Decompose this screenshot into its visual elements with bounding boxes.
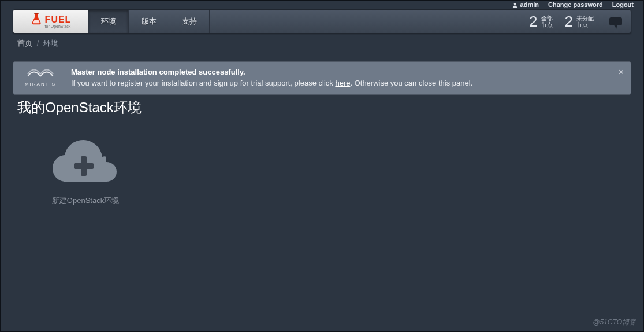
fuel-flask-icon — [30, 13, 43, 30]
nav-support[interactable]: 支持 — [169, 10, 210, 33]
stat-unassigned-label: 未分配 节点 — [576, 15, 594, 28]
svg-rect-3 — [74, 163, 94, 169]
alert-close-button[interactable]: × — [619, 68, 624, 77]
breadcrumb-current: 环境 — [43, 39, 58, 47]
nav-versions[interactable]: 版本 — [129, 10, 169, 33]
chat-icon — [609, 17, 622, 25]
breadcrumb: 首页 / 环境 — [17, 38, 58, 49]
username-text: admin — [520, 1, 539, 8]
alert-here-link[interactable]: here — [335, 79, 350, 87]
change-password-link[interactable]: Change password — [548, 1, 603, 8]
watermark: @51CTO博客 — [593, 318, 636, 327]
logo-subtitle: for OpenStack — [45, 24, 71, 28]
fuel-logo[interactable]: FUEL for OpenStack — [13, 10, 88, 33]
notifications-button[interactable] — [600, 10, 631, 33]
stat-total-label: 全部 节点 — [541, 15, 553, 28]
user-icon — [512, 2, 518, 8]
main-navbar: FUEL for OpenStack 环境 版本 支持 2 全部 节点 2 未分… — [13, 9, 631, 34]
breadcrumb-home[interactable]: 首页 — [17, 39, 32, 47]
alert-line1: Master node installation completed succe… — [71, 68, 472, 76]
breadcrumb-separator: / — [37, 39, 39, 47]
cloud-plus-icon — [51, 133, 120, 182]
stat-total-count: 2 — [529, 13, 537, 31]
install-success-alert: MIRANTIS Master node installation comple… — [13, 61, 631, 95]
stat-unassigned-count: 2 — [565, 13, 573, 31]
svg-rect-1 — [34, 13, 38, 14]
mirantis-word: MIRANTIS — [20, 82, 61, 87]
logout-link[interactable]: Logout — [612, 1, 634, 8]
nav-environments[interactable]: 环境 — [88, 10, 129, 33]
new-environment-tile[interactable]: 新建OpenStack环境 — [33, 133, 137, 206]
svg-point-0 — [513, 2, 516, 5]
current-user[interactable]: admin — [512, 1, 539, 8]
logo-word: FUEL — [45, 15, 72, 24]
mirantis-logo: MIRANTIS — [20, 68, 61, 87]
alert-message: Master node installation completed succe… — [71, 68, 472, 87]
stat-unassigned-nodes[interactable]: 2 未分配 节点 — [559, 10, 600, 33]
new-environment-caption: 新建OpenStack环境 — [33, 195, 137, 206]
stat-total-nodes[interactable]: 2 全部 节点 — [523, 10, 558, 33]
alert-line2: If you want to register your installatio… — [71, 79, 472, 87]
user-bar: admin Change password Logout — [512, 0, 634, 9]
page-title: 我的OpenStack环境 — [17, 98, 142, 117]
